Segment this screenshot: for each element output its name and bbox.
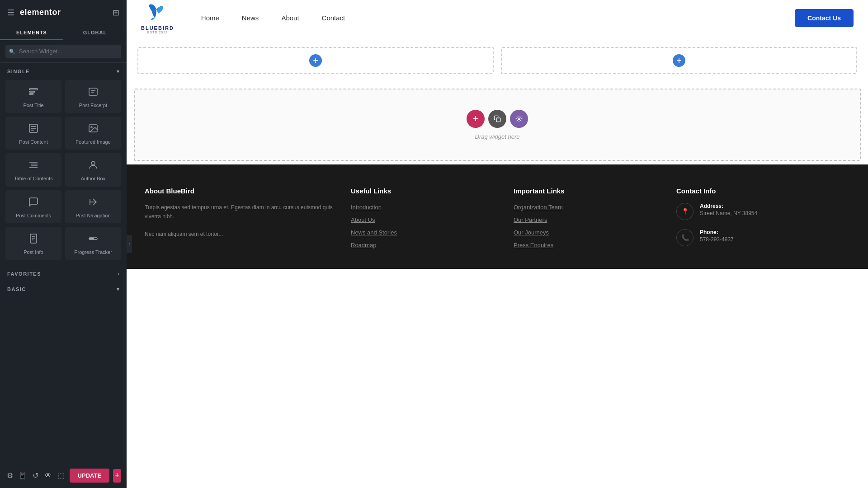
widget-post-navigation[interactable]: Post Navigation: [65, 190, 121, 223]
footer-about-col: About BlueBird Turpis egestas sed tempus…: [145, 187, 333, 255]
phone-label: Phone:: [700, 229, 734, 235]
contact-us-button[interactable]: Contact Us: [795, 9, 854, 27]
eye-icon[interactable]: 👁: [44, 468, 53, 483]
footer-contact-title: Contact Info: [676, 187, 850, 195]
footer-important-title: Important Links: [514, 187, 658, 195]
table-of-contents-icon: [28, 160, 39, 172]
nav-home[interactable]: Home: [201, 14, 219, 22]
footer-phone-item: 📞 Phone: 578-393-4937: [676, 229, 850, 246]
section-favorites-header[interactable]: FAVORITES ›: [0, 265, 127, 281]
logo-text: BLUEBIRD: [141, 25, 174, 31]
logo-sub: ESTD 2022: [147, 31, 168, 34]
widget-progress-tracker[interactable]: Progress Tracker: [65, 227, 121, 260]
tab-elements[interactable]: ELEMENTS: [0, 25, 63, 40]
section-single-header[interactable]: SINGLE ▾: [0, 63, 127, 78]
site-footer: About BlueBird Turpis egestas sed tempus…: [127, 164, 868, 269]
widget-post-title[interactable]: Post Title: [5, 80, 61, 113]
add-section-left-btn[interactable]: +: [309, 54, 322, 67]
svg-rect-3: [89, 88, 97, 95]
logo-bird-svg: [146, 2, 169, 24]
drop-zone-buttons: +: [467, 110, 528, 128]
editor-sections-top: + +: [127, 36, 868, 85]
svg-rect-23: [89, 238, 94, 239]
settings-icon[interactable]: ⚙: [5, 468, 14, 483]
footer-link-roadmap[interactable]: Roadmap: [351, 242, 376, 249]
drop-zone[interactable]: + Drag widget here: [134, 89, 861, 161]
widget-featured-image[interactable]: Featured Image: [65, 117, 121, 150]
footer-important-links-list: Organization Team Our Partners Our Journ…: [514, 203, 658, 249]
copy-section-btn[interactable]: [488, 110, 506, 128]
author-box-icon: [88, 160, 99, 172]
left-panel: ☰ elementor ⊞ ELEMENTS GLOBAL SINGLE ▾: [0, 0, 127, 488]
widgets-grid-single: Post Title Post Excerpt: [0, 78, 127, 265]
elementor-logo-text: elementor: [20, 8, 61, 17]
svg-rect-1: [29, 91, 35, 92]
svg-rect-2: [29, 94, 33, 94]
drag-text: Drag widget here: [475, 133, 520, 140]
footer-useful-links-list: Introduction About Us News and Stories R…: [351, 203, 495, 249]
tab-global[interactable]: GLOBAL: [63, 25, 127, 40]
address-value: Street Name, NY 38954: [700, 210, 757, 216]
editor-area[interactable]: + + +: [127, 36, 868, 488]
widget-post-comments[interactable]: Post Comments: [5, 190, 61, 223]
footer-grid: About BlueBird Turpis egestas sed tempus…: [145, 187, 850, 255]
footer-contact-col: Contact Info 📍 Address: Street Name, NY …: [676, 187, 850, 255]
featured-image-icon: [88, 123, 99, 136]
post-navigation-icon: [88, 197, 99, 209]
preview-icon[interactable]: ⬚: [57, 468, 66, 483]
add-section-right-btn[interactable]: +: [673, 54, 685, 67]
footer-link-introduction[interactable]: Introduction: [351, 204, 382, 211]
footer-link-our-partners[interactable]: Our Partners: [514, 216, 547, 223]
svg-rect-18: [30, 234, 37, 243]
progress-tracker-icon: [88, 233, 99, 246]
footer-important-links-col: Important Links Organization Team Our Pa…: [514, 187, 658, 255]
update-button[interactable]: UPDATE: [70, 469, 109, 483]
chevron-right-icon: ›: [118, 271, 119, 277]
footer-link-our-journeys[interactable]: Our Journeys: [514, 229, 549, 236]
widget-post-info[interactable]: Post Info: [5, 227, 61, 260]
hamburger-icon[interactable]: ☰: [7, 8, 14, 18]
address-label: Address:: [700, 203, 757, 209]
plus-button[interactable]: +: [113, 469, 121, 483]
collapse-panel-handle[interactable]: ‹: [127, 235, 132, 253]
widget-post-navigation-label: Post Navigation: [75, 213, 110, 219]
grid-icon[interactable]: ⊞: [113, 8, 119, 18]
post-info-icon: [28, 233, 39, 246]
phone-icon: 📞: [676, 229, 693, 246]
section-basic-title: BASIC: [7, 286, 26, 292]
footer-link-news-stories[interactable]: News and Stories: [351, 229, 397, 236]
widget-table-of-contents[interactable]: Table of Contents: [5, 153, 61, 186]
history-icon[interactable]: ↺: [31, 468, 40, 483]
footer-address-item: 📍 Address: Street Name, NY 38954: [676, 203, 850, 220]
panel-header: ☰ elementor ⊞: [0, 0, 127, 25]
post-comments-icon: [28, 197, 39, 209]
responsive-icon[interactable]: 📱: [18, 468, 27, 483]
nav-about[interactable]: About: [281, 14, 299, 22]
library-btn[interactable]: [510, 110, 528, 128]
right-area: BLUEBIRD ESTD 2022 Home News About Conta…: [127, 0, 868, 488]
footer-useful-links-col: Useful Links Introduction About Us News …: [351, 187, 495, 255]
dashed-section-left[interactable]: +: [137, 47, 494, 74]
post-title-icon: [28, 86, 39, 99]
search-input[interactable]: [5, 45, 121, 58]
nav-news[interactable]: News: [242, 14, 259, 22]
panel-content: SINGLE ▾ Post Title: [0, 63, 127, 488]
bottom-toolbar: ⚙ 📱 ↺ 👁 ⬚ UPDATE +: [0, 463, 127, 488]
widget-featured-image-label: Featured Image: [75, 139, 111, 145]
widget-post-content[interactable]: Post Content: [5, 117, 61, 150]
add-widget-btn[interactable]: +: [467, 110, 485, 128]
footer-link-press-enquires[interactable]: Press Enquires: [514, 242, 553, 249]
section-favorites-title: FAVORITES: [7, 271, 41, 277]
footer-link-org-team[interactable]: Organization Team: [514, 204, 563, 211]
svg-point-11: [91, 127, 92, 128]
svg-point-16: [91, 161, 95, 165]
footer-link-about-us[interactable]: About Us: [351, 216, 375, 223]
widget-author-box[interactable]: Author Box: [65, 153, 121, 186]
post-content-icon: [28, 123, 39, 136]
footer-about-title: About BlueBird: [145, 187, 333, 195]
widget-table-of-contents-label: Table of Contents: [14, 176, 53, 182]
widget-post-excerpt[interactable]: Post Excerpt: [65, 80, 121, 113]
nav-contact[interactable]: Contact: [322, 14, 345, 22]
section-basic-header[interactable]: BASIC ▾: [0, 281, 127, 296]
dashed-section-right[interactable]: +: [501, 47, 857, 74]
